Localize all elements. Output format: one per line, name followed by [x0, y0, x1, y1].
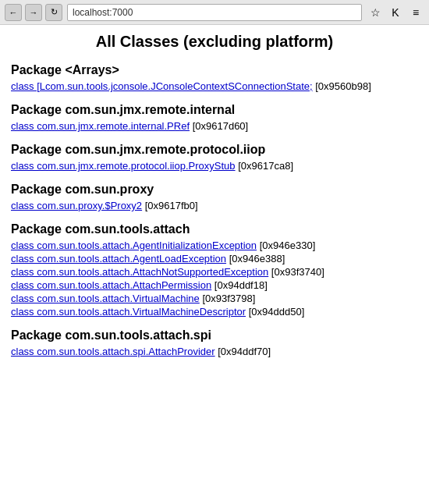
class-link[interactable]: class com.sun.jmx.remote.protocol.iiop.P…: [11, 160, 236, 172]
class-link[interactable]: class com.sun.tools.attach.AgentLoadExce…: [11, 253, 226, 264]
package-heading: Package com.sun.jmx.remote.internal: [11, 103, 418, 117]
class-row: class com.sun.tools.attach.VirtualMachin…: [11, 293, 418, 304]
class-link[interactable]: class com.sun.tools.attach.AttachNotSupp…: [11, 266, 268, 278]
package-section: Package com.sun.tools.attach.spiclass co…: [11, 328, 418, 357]
package-heading: Package com.sun.proxy: [11, 183, 418, 197]
class-link[interactable]: class com.sun.tools.attach.AgentInitiali…: [11, 240, 257, 251]
package-section: Package com.sun.jmx.remote.internalclass…: [11, 103, 418, 132]
package-heading: Package com.sun.tools.attach: [11, 222, 418, 236]
package-section: Package com.sun.proxyclass com.sun.proxy…: [11, 183, 418, 211]
class-link[interactable]: class com.sun.proxy.$Proxy2: [11, 200, 142, 211]
class-row: class com.sun.tools.attach.AttachPermiss…: [11, 279, 418, 291]
refresh-button[interactable]: ↻: [45, 4, 62, 21]
url-text: localhost:7000: [73, 7, 133, 18]
class-row: class com.sun.tools.attach.VirtualMachin…: [11, 306, 418, 318]
package-section: Package com.sun.jmx.remote.protocol.iiop…: [11, 143, 418, 172]
class-link[interactable]: class com.sun.tools.attach.spi.AttachPro…: [11, 346, 215, 357]
package-heading: Package <Arrays>: [11, 63, 418, 77]
class-link[interactable]: class [Lcom.sun.tools.jconsole.JConsoleC…: [11, 80, 313, 92]
package-heading: Package com.sun.jmx.remote.protocol.iiop: [11, 143, 418, 157]
class-link[interactable]: class com.sun.tools.attach.VirtualMachin…: [11, 306, 246, 318]
k-icon[interactable]: K: [387, 4, 404, 21]
class-row: class com.sun.jmx.remote.internal.PRef […: [11, 120, 418, 132]
class-row: class com.sun.tools.attach.AgentInitiali…: [11, 240, 418, 251]
class-row: class com.sun.jmx.remote.protocol.iiop.P…: [11, 160, 418, 172]
star-icon[interactable]: ☆: [367, 4, 384, 21]
page-title: All Classes (excluding platform): [11, 33, 418, 51]
class-link[interactable]: class com.sun.jmx.remote.internal.PRef: [11, 120, 190, 132]
package-section: Package <Arrays>class [Lcom.sun.tools.jc…: [11, 63, 418, 92]
package-heading: Package com.sun.tools.attach.spi: [11, 328, 418, 343]
forward-button[interactable]: →: [25, 4, 42, 21]
packages-container: Package <Arrays>class [Lcom.sun.tools.jc…: [11, 63, 418, 357]
class-row: class com.sun.proxy.$Proxy2 [0x9617fb0]: [11, 200, 418, 211]
package-section: Package com.sun.tools.attachclass com.su…: [11, 222, 418, 318]
class-link[interactable]: class com.sun.tools.attach.AttachPermiss…: [11, 279, 211, 291]
nav-buttons: ← → ↻: [5, 4, 62, 21]
class-link[interactable]: class com.sun.tools.attach.VirtualMachin…: [11, 293, 200, 304]
page-content: All Classes (excluding platform) Package…: [0, 25, 429, 376]
menu-icon[interactable]: ≡: [407, 4, 424, 21]
address-bar[interactable]: localhost:7000: [67, 4, 362, 21]
class-row: class [Lcom.sun.tools.jconsole.JConsoleC…: [11, 80, 418, 92]
browser-chrome: ← → ↻ localhost:7000 ☆ K ≡: [0, 0, 429, 25]
class-row: class com.sun.tools.attach.spi.AttachPro…: [11, 346, 418, 357]
class-row: class com.sun.tools.attach.AgentLoadExce…: [11, 253, 418, 264]
browser-action-icons: ☆ K ≡: [367, 4, 424, 21]
class-row: class com.sun.tools.attach.AttachNotSupp…: [11, 266, 418, 278]
back-button[interactable]: ←: [5, 4, 22, 21]
